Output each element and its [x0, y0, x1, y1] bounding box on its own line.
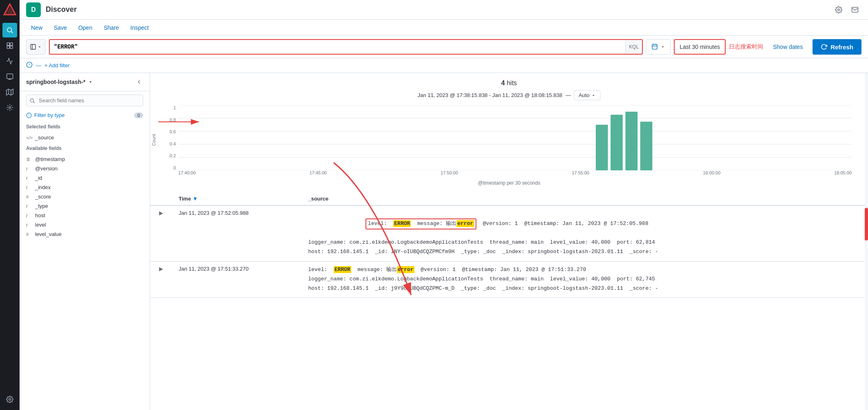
x-axis: 17:40:00 17:45:00 17:50:00 17:55:00 18:0…: [178, 170, 852, 179]
date-picker-button[interactable]: [646, 39, 671, 55]
svg-line-3: [11, 31, 13, 33]
filter-by-type-left: Filter by type: [26, 112, 64, 118]
field-item-timestamp[interactable]: 🗓 @timestamp: [20, 154, 150, 164]
date-range-display[interactable]: Last 30 minutes: [674, 39, 726, 55]
field-name-source: _source: [35, 134, 54, 141]
expand-col-header: [150, 192, 172, 205]
menu-bar: New Save Open Share Inspect: [20, 20, 868, 36]
field-item-index[interactable]: t _index: [20, 183, 150, 192]
app-icon: D: [26, 2, 41, 17]
selected-fields-header: Selected fields: [20, 121, 150, 133]
refresh-button[interactable]: Refresh: [813, 39, 861, 55]
nav-visualize[interactable]: [2, 54, 17, 68]
source-cell-2: level: ERROR message: 输出error @version: …: [301, 261, 868, 298]
auto-chevron-icon: [591, 93, 596, 98]
svg-rect-19: [652, 44, 657, 49]
show-dates-button[interactable]: Show dates: [766, 39, 809, 55]
auto-selector[interactable]: Auto: [574, 90, 600, 100]
menu-save[interactable]: Save: [49, 23, 72, 33]
source-line-2-2: logger_name: com.zi.elkdemo.LogbackdemoA…: [308, 275, 861, 284]
expand-icon-1[interactable]: ▶: [157, 209, 166, 217]
menu-new[interactable]: New: [26, 23, 47, 33]
left-navigation: [0, 0, 20, 410]
calendar-icon: [651, 43, 658, 51]
kql-badge[interactable]: KQL: [625, 40, 642, 54]
field-type-calendar-icon: 🗓: [26, 157, 32, 162]
field-item-type[interactable]: t _type: [20, 201, 150, 211]
top-bar-icons: [832, 3, 861, 16]
x-label-1745: 17:45:00: [310, 170, 327, 179]
hits-info: 4 hits: [160, 79, 858, 87]
date-range-text: Last 30 minutes: [680, 44, 720, 50]
y-val-08: 0.8: [170, 117, 176, 122]
mail-icon[interactable]: [848, 3, 861, 16]
field-item-version[interactable]: t @version: [20, 164, 150, 173]
filter-icon[interactable]: [26, 62, 33, 69]
field-name-level-value: level_value: [35, 231, 62, 237]
source-line-1-1: level: ERROR message: 输出error @version: …: [308, 210, 861, 238]
nav-ml[interactable]: [2, 100, 17, 115]
field-type-text-icon-2: t: [26, 176, 32, 181]
menu-share[interactable]: Share: [99, 23, 124, 33]
sidebar-search-input[interactable]: [26, 95, 143, 106]
chart-svg[interactable]: [178, 105, 852, 170]
refresh-icon: [821, 44, 827, 50]
field-item-level-value[interactable]: # level_value: [20, 229, 150, 239]
filter-by-type-label: Filter by type: [34, 112, 64, 118]
x-label-1750: 17:50:00: [441, 170, 458, 179]
expand-cell-1[interactable]: ▶: [150, 205, 172, 261]
settings-icon[interactable]: [832, 3, 845, 16]
source-cell-1: level: ERROR message: 输出error @version: …: [301, 205, 868, 261]
index-selector[interactable]: springboot-logstash-*: [20, 73, 150, 91]
field-item-host[interactable]: t host: [20, 211, 150, 220]
results-table: Time ▼ _source: [150, 192, 868, 298]
app-logo[interactable]: [3, 3, 16, 16]
field-name-version: @version: [35, 165, 58, 172]
field-item-score[interactable]: # _score: [20, 192, 150, 201]
sidebar-toggle-btn[interactable]: [26, 39, 46, 55]
error-badge-2: ERROR: [334, 266, 351, 273]
table-row: ▶ Jan 11, 2023 @ 17:52:05.988 level: ERR…: [150, 205, 868, 261]
app-icon-letter: D: [31, 6, 36, 13]
nav-maps[interactable]: [2, 85, 17, 99]
menu-inspect[interactable]: Inspect: [126, 23, 154, 33]
field-name-index: _index: [35, 184, 51, 190]
sidebar-search-icon: [29, 98, 35, 104]
source-line-1-2: logger_name: com.zi.elkdemo.LogbackdemoA…: [308, 238, 861, 247]
sidebar-collapse-btn[interactable]: [135, 78, 143, 86]
field-name-type: _type: [35, 203, 48, 209]
nav-dashboard[interactable]: [2, 38, 17, 53]
nav-canvas[interactable]: [2, 69, 17, 84]
add-filter-button[interactable]: + Add filter: [44, 62, 70, 68]
field-item-source[interactable]: </> _source: [20, 133, 150, 142]
source-header-label: _source: [308, 196, 328, 202]
query-input[interactable]: [50, 44, 625, 50]
expand-icon-2[interactable]: ▶: [157, 265, 166, 273]
filter-by-type[interactable]: Filter by type 0: [20, 110, 150, 121]
svg-marker-11: [7, 89, 13, 95]
auto-label: Auto: [578, 92, 589, 98]
nav-discover[interactable]: [2, 23, 17, 37]
x-axis-label: @timestamp per 30 seconds: [160, 180, 858, 186]
svg-rect-37: [596, 125, 608, 170]
main-panel: 4 hits Jan 11, 2023 @ 17:38:15.838 - Jan…: [150, 73, 868, 410]
time-col-header[interactable]: Time ▼: [172, 192, 301, 205]
field-item-id[interactable]: t _id: [20, 173, 150, 183]
svg-rect-6: [7, 46, 9, 48]
y-val-1: 1: [173, 105, 176, 110]
time-range-bar: Jan 11, 2023 @ 17:38:15.838 - Jan 11, 20…: [160, 90, 858, 100]
time-sort-icon: ▼: [193, 196, 198, 202]
menu-open[interactable]: Open: [73, 23, 97, 33]
nav-settings[interactable]: [2, 392, 17, 407]
table-row: ▶ Jan 11, 2023 @ 17:51:33.270 level: ERR…: [150, 261, 868, 298]
field-item-level[interactable]: t level: [20, 220, 150, 229]
y-val-02: 0.2: [170, 153, 176, 158]
top-bar: D Discover: [20, 0, 868, 20]
error-badge-1: ERROR: [393, 220, 411, 227]
expand-cell-2[interactable]: ▶: [150, 261, 172, 298]
y-axis-label: Count: [151, 138, 156, 146]
query-input-wrapper: KQL: [49, 39, 643, 55]
svg-rect-17: [31, 44, 35, 49]
hits-count: 4: [501, 79, 505, 86]
time-cell-1: Jan 11, 2023 @ 17:52:05.988: [172, 205, 301, 261]
